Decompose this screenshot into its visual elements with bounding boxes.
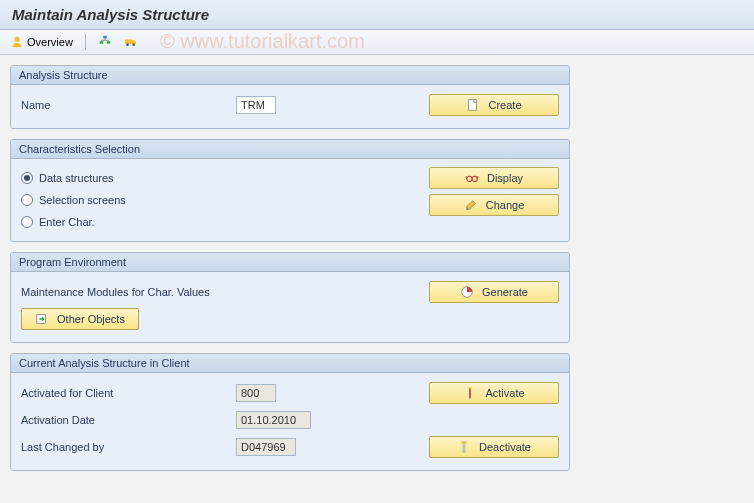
svg-point-5 [126,43,129,46]
person-icon [10,35,24,49]
display-button[interactable]: Display [429,167,559,189]
maint-label: Maintenance Modules for Char. Values [21,286,210,298]
create-label: Create [488,99,521,111]
analysis-structure-group: Analysis Structure Name Create [10,65,570,129]
name-field[interactable] [236,96,276,114]
changed-by-label: Last Changed by [21,441,236,453]
generate-button[interactable]: Generate [429,281,559,303]
activate-label: Activate [485,387,524,399]
radio-icon [21,216,33,228]
deactivate-button[interactable]: Deactivate [429,436,559,458]
other-objects-label: Other Objects [57,313,125,325]
svg-point-6 [132,43,135,46]
page-title: Maintain Analysis Structure [0,0,754,30]
arrow-right-icon [35,312,49,326]
name-label: Name [21,99,236,111]
program-environment-group: Program Environment Maintenance Modules … [10,252,570,343]
radio-selection-screens[interactable]: Selection screens [21,189,361,211]
wand-off-icon [457,440,471,454]
change-button[interactable]: Change [429,194,559,216]
create-button[interactable]: Create [429,94,559,116]
generate-label: Generate [482,286,528,298]
group-header: Analysis Structure [11,66,569,85]
radio-icon [21,194,33,206]
characteristics-group: Characteristics Selection Data structure… [10,139,570,242]
overview-label: Overview [27,36,73,48]
svg-rect-12 [470,388,472,399]
radio-label: Selection screens [39,194,126,206]
activate-button[interactable]: Activate [429,382,559,404]
change-label: Change [486,199,525,211]
radio-enter-char[interactable]: Enter Char. [21,211,361,233]
radio-icon [21,172,33,184]
current-structure-group: Current Analysis Structure in Client Act… [10,353,570,471]
changed-by-field [236,438,296,456]
svg-rect-7 [469,100,477,111]
group-header: Characteristics Selection [11,140,569,159]
other-objects-button[interactable]: Other Objects [21,308,139,330]
deactivate-label: Deactivate [479,441,531,453]
svg-rect-1 [103,36,107,39]
group-header: Current Analysis Structure in Client [11,354,569,373]
generate-icon [460,285,474,299]
radio-label: Data structures [39,172,114,184]
glasses-icon [465,171,479,185]
svg-rect-2 [100,41,104,44]
svg-point-9 [472,176,477,181]
pencil-icon [464,198,478,212]
activated-client-field [236,384,276,402]
overview-button[interactable]: Overview [10,35,73,49]
hierarchy-icon[interactable] [98,35,112,49]
radio-data-structures[interactable]: Data structures [21,167,361,189]
group-header: Program Environment [11,253,569,272]
document-icon [466,98,480,112]
radio-label: Enter Char. [39,216,95,228]
display-label: Display [487,172,523,184]
separator [85,34,86,50]
wand-icon [463,386,477,400]
toolbar: Overview [0,30,754,55]
svg-rect-3 [107,41,111,44]
svg-point-8 [467,176,472,181]
activation-date-field [236,411,311,429]
activated-client-label: Activated for Client [21,387,236,399]
svg-rect-4 [125,39,132,43]
activation-date-label: Activation Date [21,414,236,426]
truck-icon[interactable] [124,35,138,49]
svg-point-0 [14,37,19,42]
content: Analysis Structure Name Create Character… [0,55,754,491]
